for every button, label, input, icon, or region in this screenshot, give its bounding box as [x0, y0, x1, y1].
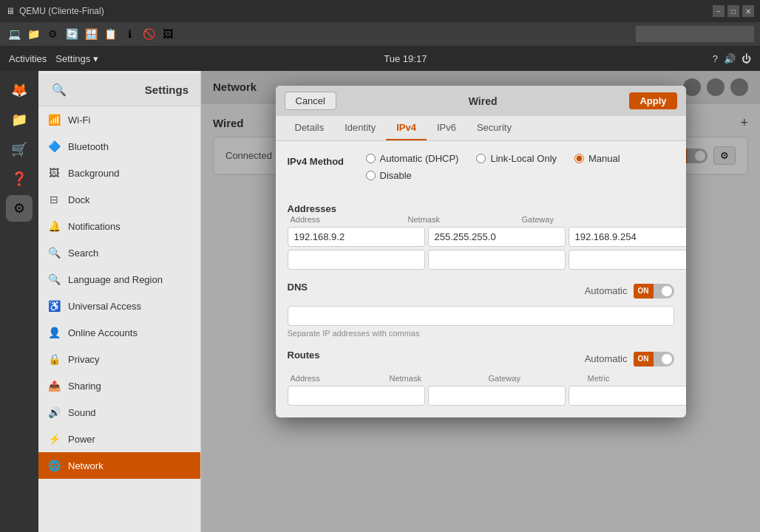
col-gateway-header: Gateway	[522, 215, 633, 224]
taskbar-icon-folder[interactable]: 📁	[25, 26, 41, 42]
modal-overlay: Cancel Wired Apply Details Identity IPv4…	[201, 71, 760, 532]
search-sidebar-icon: 🔍	[47, 247, 61, 259]
radio-dhcp[interactable]: Automatic (DHCP)	[366, 153, 459, 164]
radio-manual[interactable]: Manual	[574, 153, 620, 164]
dns-hint: Separate IP addresses with commas	[288, 329, 674, 338]
radio-disable-input[interactable]	[366, 171, 376, 180]
topbar-clock: Tue 19:17	[384, 53, 427, 64]
radio-manual-input[interactable]	[574, 154, 584, 163]
taskbar-icon-info[interactable]: ℹ	[121, 26, 138, 42]
window-controls: − □ ✕	[713, 5, 754, 17]
taskbar-search-input[interactable]	[636, 26, 754, 42]
modal-tabs: Details Identity IPv4 IPv6 Security	[276, 116, 686, 141]
sound-icon: 🔊	[47, 406, 61, 418]
dns-section: DNS Automatic ON Separate IP addresses w…	[288, 282, 674, 338]
minimize-button[interactable]: −	[713, 5, 725, 17]
tab-identity[interactable]: Identity	[334, 116, 386, 140]
addresses-label: Addresses	[288, 203, 336, 214]
sidebar-item-bluetooth[interactable]: 🔷 Bluetooth	[38, 133, 200, 160]
sidebar-item-notifications[interactable]: 🔔 Notifications	[38, 213, 200, 239]
sidebar-item-background[interactable]: 🖼 Background	[38, 160, 200, 186]
col-netmask-header: Netmask	[408, 215, 519, 224]
activities-button[interactable]: Activities	[9, 53, 47, 64]
routes-section-row: Routes Automatic ON	[288, 349, 674, 368]
taskbar-icon-refresh[interactable]: 🔄	[64, 26, 80, 42]
routes-gateway-input[interactable]	[569, 386, 686, 406]
routes-label: Routes	[288, 349, 320, 361]
routes-address-input[interactable]	[288, 386, 425, 406]
tab-ipv4[interactable]: IPv4	[386, 116, 427, 140]
radio-disable[interactable]: Disable	[366, 170, 412, 181]
ipv4-method-section: IPv4 Method Automatic (DHCP) Link-Local …	[288, 153, 674, 193]
taskbar-icon-gear[interactable]: ⚙	[44, 26, 61, 42]
sidebar-item-wifi[interactable]: 📶 Wi-Fi	[38, 106, 200, 133]
radio-link-local-label: Link-Local Only	[490, 153, 557, 164]
tab-details[interactable]: Details	[285, 116, 335, 140]
dock-icon-firefox[interactable]: 🦊	[6, 77, 33, 103]
sidebar-item-power[interactable]: ⚡ Power	[38, 426, 200, 452]
close-button[interactable]: ✕	[742, 5, 754, 17]
address-input-1[interactable]	[288, 227, 425, 247]
sidebar-label-search: Search	[68, 248, 98, 259]
search-icon[interactable]: 🔍	[50, 81, 68, 98]
online-icon: 👤	[47, 327, 61, 338]
sidebar-label-dock: Dock	[68, 194, 90, 205]
sidebar-item-sharing[interactable]: 📤 Sharing	[38, 372, 200, 399]
volume-icon[interactable]: 🔊	[724, 53, 736, 64]
dns-controls: Automatic ON	[585, 284, 674, 299]
maximize-button[interactable]: □	[727, 5, 739, 17]
dns-toggle[interactable]: ON	[634, 284, 674, 299]
cancel-button[interactable]: Cancel	[285, 92, 336, 110]
sidebar-label-privacy: Privacy	[68, 354, 100, 365]
dock-icon-store[interactable]: 🛒	[6, 136, 33, 163]
taskbar-icon-windows[interactable]: 🪟	[83, 26, 99, 42]
sidebar-item-sound[interactable]: 🔊 Sound	[38, 399, 200, 426]
sidebar-item-universal[interactable]: ♿ Universal Access	[38, 293, 200, 319]
routes-netmask-input[interactable]	[428, 386, 566, 406]
address-row-1: ✕	[288, 227, 674, 247]
app-icon: 🖥	[6, 6, 15, 16]
sidebar-item-search[interactable]: 🔍 Search	[38, 239, 200, 266]
dns-input[interactable]	[288, 306, 674, 326]
sidebar-label-bluetooth: Bluetooth	[68, 141, 109, 152]
dock-icon-help[interactable]: ❓	[6, 166, 33, 192]
taskbar-icon-computer[interactable]: 💻	[6, 26, 22, 42]
dns-section-row: DNS Automatic ON	[288, 282, 674, 300]
gateway-input-1[interactable]	[569, 227, 686, 247]
tab-ipv6[interactable]: IPv6	[427, 116, 466, 140]
apply-button[interactable]: Apply	[629, 92, 676, 109]
routes-toggle-slider	[654, 352, 674, 366]
power-icon[interactable]: ⏻	[742, 53, 751, 64]
sidebar-item-privacy[interactable]: 🔒 Privacy	[38, 346, 200, 372]
routes-gateway-header: Gateway	[489, 374, 585, 383]
dock-icon-files[interactable]: 📁	[6, 106, 33, 133]
dock-sidebar-icon: ⊟	[47, 194, 61, 205]
universal-icon: ♿	[47, 300, 61, 312]
sidebar-item-online[interactable]: 👤 Online Accounts	[38, 319, 200, 346]
taskbar-icon-doc[interactable]: 📋	[102, 26, 118, 42]
tab-security[interactable]: Security	[466, 116, 522, 140]
sidebar: 🔍 Settings 📶 Wi-Fi 🔷 Bluetooth 🖼 Backgro…	[38, 71, 201, 532]
radio-link-local-input[interactable]	[476, 154, 486, 163]
sidebar-item-dock[interactable]: ⊟ Dock	[38, 186, 200, 213]
netmask-input-2[interactable]	[428, 250, 566, 270]
taskbar-icon-image[interactable]: 🖼	[160, 26, 176, 42]
sidebar-item-network[interactable]: 🌐 Network	[38, 452, 200, 479]
settings-title: Settings	[145, 83, 189, 96]
radio-dhcp-input[interactable]	[366, 154, 376, 163]
dock-icon-settings[interactable]: ⚙	[6, 195, 33, 222]
netmask-input-1[interactable]	[428, 227, 566, 247]
gateway-input-2[interactable]	[569, 250, 686, 270]
radio-link-local[interactable]: Link-Local Only	[476, 153, 557, 164]
settings-menu[interactable]: Settings ▾	[55, 53, 98, 64]
help-icon[interactable]: ?	[713, 53, 718, 64]
address-input-2[interactable]	[288, 250, 425, 270]
sidebar-label-language: Language and Region	[68, 274, 163, 285]
addresses-section: Addresses Address Netmask Gateway ✕	[288, 202, 674, 270]
routes-toggle[interactable]: ON	[634, 352, 674, 366]
modal-body: IPv4 Method Automatic (DHCP) Link-Local …	[276, 141, 686, 417]
taskbar-icon-cancel[interactable]: 🚫	[140, 26, 157, 42]
wifi-icon: 📶	[47, 114, 61, 126]
sidebar-item-language[interactable]: 🔍 Language and Region	[38, 266, 200, 293]
sidebar-label-notifications: Notifications	[68, 221, 121, 232]
